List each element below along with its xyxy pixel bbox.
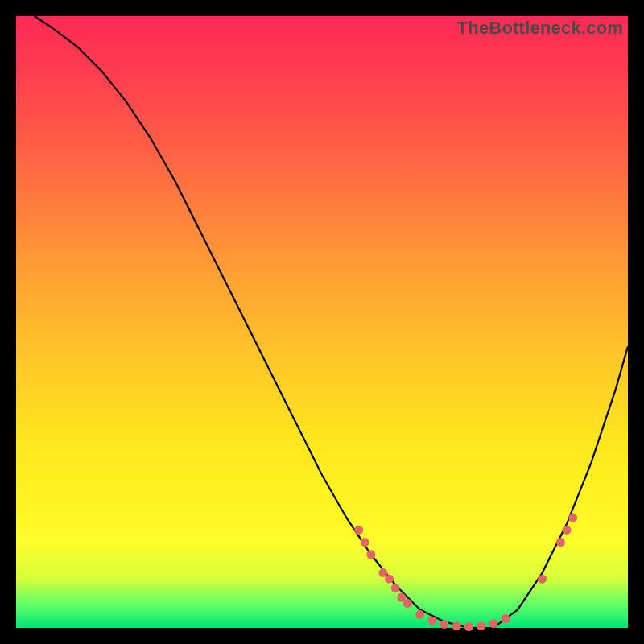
curve-markers [354,514,577,631]
data-point [489,619,497,628]
data-point [391,584,400,592]
data-point [464,622,473,631]
data-point [415,610,424,619]
data-point [440,620,449,629]
data-point [403,599,412,608]
chart-container: TheBottleneck.com [16,16,628,628]
data-point [385,575,394,584]
data-point [538,575,547,584]
data-point [502,614,510,623]
chart-svg [16,16,628,628]
data-point [556,538,565,547]
data-point [354,526,363,535]
data-point [568,514,577,522]
data-point [563,526,572,535]
bottleneck-curve [35,16,628,628]
data-point [427,616,436,625]
data-point [477,621,485,630]
data-point [361,538,369,547]
data-point [452,621,461,630]
data-point [366,550,375,559]
